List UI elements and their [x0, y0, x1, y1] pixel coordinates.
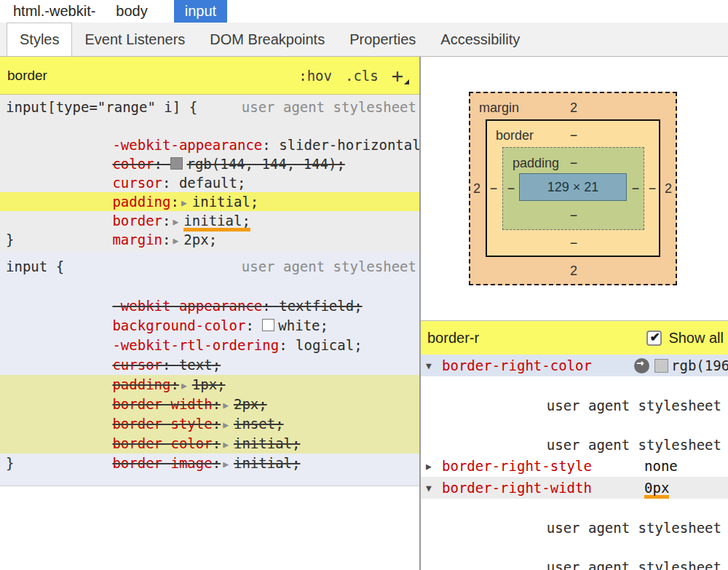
collapse-arrow-icon[interactable] — [426, 360, 442, 371]
breadcrumb-item-html[interactable]: html.-webkit- — [6, 0, 103, 23]
tab-dom-breakpoints[interactable]: DOM Breakpoints — [197, 23, 337, 56]
computed-pane: 129 × 21 margin 2 border − padding − 2 −… — [421, 57, 728, 570]
trace-origin: user agent stylesheet — [421, 558, 728, 570]
element-classes-button[interactable]: .cls — [345, 68, 379, 84]
computed-value: rgb(196 — [671, 357, 728, 373]
padding-top-value[interactable]: − — [570, 156, 578, 171]
show-all-checkbox[interactable] — [646, 330, 662, 346]
color-swatch[interactable] — [262, 319, 274, 331]
expand-shorthand-icon[interactable] — [170, 230, 183, 250]
stylesheet-origin: user agent stylesheet — [242, 257, 416, 277]
margin-right-value[interactable]: 2 — [665, 181, 672, 197]
stylesheet-origin: user agent stylesheet — [242, 98, 416, 116]
computed-trace[interactable]: initial input[type="rang… — [421, 499, 728, 518]
rule-header[interactable]: input { user agent stylesheet — [0, 257, 419, 277]
margin-bottom-value[interactable]: 2 — [570, 264, 577, 279]
expand-shorthand-icon[interactable] — [179, 192, 192, 213]
css-rule-input-range: input[type="range" i] { user agent style… — [0, 95, 419, 255]
expand-shorthand-icon[interactable] — [179, 375, 192, 395]
margin-left-value[interactable]: 2 — [473, 181, 480, 197]
computed-property-border-right-style[interactable]: border-right-style none — [421, 455, 728, 477]
computed-properties-list: border-right-color rgb(196 initial input… — [421, 355, 728, 570]
border-right-value[interactable]: − — [649, 181, 657, 197]
toggle-element-state-button[interactable]: :hov — [298, 68, 332, 84]
styles-filter-bar: border :hov .cls + — [0, 57, 419, 95]
breadcrumb: html.-webkit- body input — [0, 0, 728, 23]
css-declaration[interactable]: -webkit-appearanceslider-horizontal; — [0, 116, 419, 135]
box-model-diagram: 129 × 21 margin 2 border − padding − 2 −… — [421, 57, 728, 320]
expand-shorthand-icon[interactable] — [221, 434, 234, 454]
panel-body: border :hov .cls + input[type="range" i]… — [0, 57, 728, 570]
border-bottom-value[interactable]: − — [570, 236, 578, 251]
color-swatch[interactable] — [170, 157, 183, 170]
computed-trace[interactable]: initial input[type="rang… — [421, 376, 728, 396]
computed-trace[interactable]: initial input — [421, 416, 728, 435]
margin-top-value[interactable]: 2 — [570, 100, 577, 116]
goto-source-icon[interactable] — [634, 358, 649, 373]
expand-shorthand-icon[interactable] — [170, 211, 183, 231]
computed-value: none — [644, 455, 678, 477]
tab-event-listeners[interactable]: Event Listeners — [72, 23, 197, 56]
content-size-label: 129 × 21 — [547, 180, 599, 195]
styles-filter-input[interactable]: border — [7, 68, 47, 84]
show-all-label: Show all — [668, 330, 724, 347]
border-top-value[interactable]: − — [570, 128, 578, 143]
breadcrumb-item-input[interactable]: input — [174, 0, 227, 23]
border-left-value[interactable]: − — [490, 181, 498, 197]
tab-accessibility[interactable]: Accessibility — [428, 23, 532, 56]
devtools-window: html.-webkit- body input Styles Event Li… — [0, 0, 728, 570]
css-rule-input: input { user agent stylesheet -webkit-ap… — [0, 252, 419, 486]
padding-right-value[interactable]: − — [632, 181, 640, 197]
border-label: border — [496, 128, 534, 143]
box-model-margin[interactable]: 129 × 21 — [469, 92, 677, 285]
computed-filter-input[interactable]: border-r — [427, 330, 479, 347]
computed-value: 0px — [644, 477, 669, 499]
collapse-arrow-icon[interactable] — [426, 483, 442, 494]
trace-origin: user agent stylesheet — [421, 518, 728, 538]
padding-left-value[interactable]: − — [507, 181, 515, 197]
color-swatch[interactable] — [654, 359, 668, 373]
computed-property-border-right-color[interactable]: border-right-color rgb(196 — [421, 355, 728, 376]
expand-shorthand-icon[interactable] — [221, 395, 234, 415]
padding-label: padding — [513, 156, 559, 171]
expand-arrow-icon[interactable] — [426, 461, 442, 472]
box-model-content[interactable]: 129 × 21 — [519, 173, 627, 201]
styles-pane: border :hov .cls + input[type="range" i]… — [0, 57, 421, 570]
tab-styles[interactable]: Styles — [7, 23, 72, 56]
breadcrumb-item-body[interactable]: body — [108, 0, 154, 23]
rule-selector: input { — [6, 257, 64, 277]
trace-origin: user agent stylesheet — [421, 396, 728, 416]
rule-header[interactable]: input[type="range" i] { user agent style… — [0, 98, 419, 116]
new-style-rule-button[interactable]: + — [392, 68, 409, 83]
computed-property-border-right-width[interactable]: border-right-width 0px — [421, 477, 728, 499]
css-declaration[interactable]: -webkit-appearancetextfield; — [0, 277, 419, 296]
tab-properties[interactable]: Properties — [337, 23, 428, 56]
longclick-triangle-icon — [404, 79, 409, 84]
expand-shorthand-icon[interactable] — [221, 414, 234, 435]
rule-selector: input[type="range" i] { — [6, 98, 197, 116]
computed-filter-bar: border-r Show all — [421, 320, 728, 355]
margin-label: margin — [479, 100, 519, 116]
expand-shorthand-icon[interactable] — [221, 454, 234, 474]
padding-bottom-value[interactable]: − — [570, 208, 578, 223]
computed-trace[interactable]: 2px input — [421, 538, 728, 558]
trace-origin: user agent stylesheet — [421, 435, 728, 455]
panel-tab-bar: Styles Event Listeners DOM Breakpoints P… — [0, 23, 728, 57]
